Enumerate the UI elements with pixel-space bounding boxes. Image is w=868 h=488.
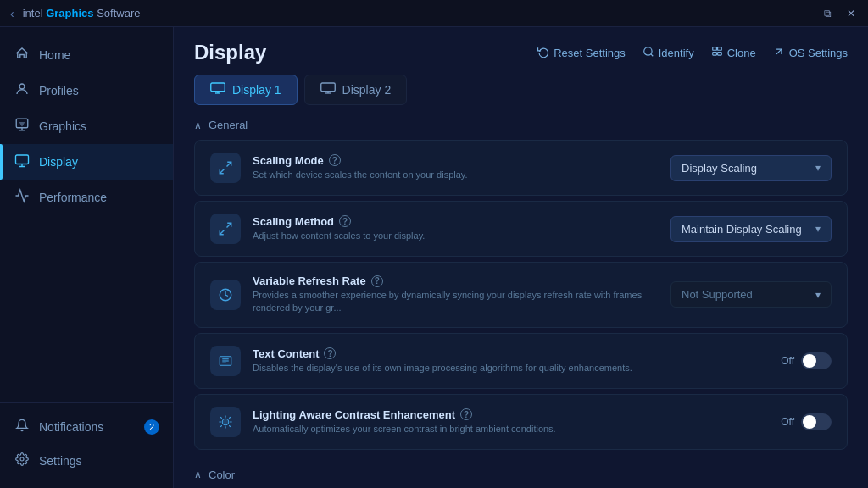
scaling_mode-info-icon[interactable]: ? (329, 154, 341, 166)
setting-card-text_content: Text Content ? Disables the display's us… (194, 333, 848, 389)
scaling_method-title: Scaling Method ? (253, 215, 659, 228)
text_content-toggle-label: Off (781, 355, 794, 367)
scaling_method-description: Adjust how content scales to your displa… (253, 230, 659, 242)
app-body: Home Profiles Graphics Display Performan… (0, 27, 868, 488)
lighting_contrast-toggle-label: Off (781, 416, 794, 428)
svg-rect-7 (712, 47, 716, 50)
svg-line-6 (650, 53, 653, 56)
settings-icon (14, 452, 31, 469)
sidebar-item-performance[interactable]: Performance (0, 180, 173, 215)
scaling_mode-dropdown-value: Display Scaling (682, 162, 757, 175)
svg-line-20 (227, 223, 231, 227)
svg-point-27 (222, 419, 229, 425)
display2-icon (320, 82, 336, 97)
lighting_contrast-toggle[interactable] (801, 413, 832, 430)
identify-button[interactable]: Identify (643, 46, 694, 60)
sidebar-item-home[interactable]: Home (0, 37, 173, 73)
clone-button[interactable]: Clone (711, 46, 756, 60)
home-icon (14, 46, 31, 64)
scaling_mode-icon (210, 152, 241, 183)
reset-label: Reset Settings (554, 47, 626, 59)
notifications-icon (14, 419, 31, 435)
scaling_method-icon (210, 214, 241, 244)
header-actions: Reset Settings Identify Clone OS Setting… (537, 46, 848, 60)
display-tabs: Display 1 Display 2 (174, 75, 868, 119)
svg-rect-12 (211, 83, 225, 92)
lighting_contrast-title: Lighting Aware Contrast Enhancement ? (253, 408, 769, 421)
sidebar-label-home: Home (39, 48, 70, 62)
text_content-info-icon[interactable]: ? (324, 347, 336, 359)
text_content-toggle[interactable] (801, 352, 832, 369)
svg-rect-9 (712, 52, 716, 55)
svg-line-31 (229, 425, 231, 427)
sidebar-label-profiles: Profiles (39, 84, 79, 97)
os_settings-button[interactable]: OS Settings (773, 46, 848, 60)
sidebar-label-performance: Performance (39, 191, 107, 204)
color-section: ∧ Color Hue ? -180° 180° 0 (174, 462, 868, 488)
general-section-title: General (209, 119, 248, 131)
os_settings-label: OS Settings (789, 47, 848, 59)
lighting_contrast-icon (210, 407, 241, 437)
svg-marker-2 (20, 123, 25, 126)
svg-line-21 (220, 230, 224, 235)
variable_refresh-dropdown: Not Supported ▾ (670, 281, 832, 308)
svg-rect-3 (16, 155, 29, 164)
sidebar-label-notifications: Notifications (39, 420, 103, 434)
os_settings-icon (773, 46, 785, 60)
scaling_method-info-icon[interactable]: ? (339, 215, 351, 227)
brand-name: Graphics (46, 7, 93, 19)
scaling_mode-dropdown[interactable]: Display Scaling ▾ (670, 155, 832, 181)
lighting_contrast-description: Automatically optimizes your screen cont… (253, 423, 769, 435)
dropdown-chevron-icon: ▾ (815, 289, 821, 301)
sidebar-label-graphics: Graphics (39, 119, 86, 133)
main-wrapper: Display Reset Settings Identify Clone OS… (174, 27, 868, 488)
graphics-icon (14, 117, 31, 136)
sidebar: Home Profiles Graphics Display Performan… (0, 27, 174, 488)
variable_refresh-info-icon[interactable]: ? (371, 275, 383, 287)
sidebar-bottom: Notifications 2 Settings (0, 402, 173, 478)
clone-icon (711, 46, 723, 60)
sidebar-label-display: Display (39, 155, 78, 169)
color-collapse-icon[interactable]: ∧ (194, 469, 202, 480)
sidebar-item-notifications[interactable]: Notifications 2 (0, 410, 173, 444)
setting-card-lighting_contrast: Lighting Aware Contrast Enhancement ? Au… (194, 394, 848, 450)
tab-display2[interactable]: Display 2 (304, 75, 408, 105)
sidebar-item-settings[interactable]: Settings (0, 444, 173, 478)
color-section-header: ∧ Color (194, 469, 848, 481)
scaling_method-dropdown[interactable]: Maintain Display Scaling ▾ (670, 216, 832, 242)
section-collapse-icon[interactable]: ∧ (194, 119, 202, 131)
close-button[interactable]: ✕ (844, 7, 858, 20)
svg-line-30 (220, 417, 222, 419)
color-section-title: Color (209, 469, 235, 481)
titlebar-controls: — ⧉ ✕ (797, 7, 858, 20)
variable_refresh-icon (210, 280, 241, 310)
scaling_mode-title: Scaling Mode ? (253, 154, 659, 167)
display1-label: Display 1 (232, 83, 281, 97)
scaling_mode-content: Scaling Mode ? Set which device scales t… (253, 154, 659, 181)
text_content-description: Disables the display's use of its own im… (253, 362, 769, 374)
lighting_contrast-info-icon[interactable]: ? (460, 408, 472, 420)
reset-button[interactable]: Reset Settings (537, 46, 626, 60)
sidebar-item-graphics[interactable]: Graphics (0, 108, 173, 144)
text_content-toggle-container: Off (781, 352, 832, 369)
identify-label: Identify (659, 47, 694, 59)
svg-point-4 (20, 458, 24, 461)
maximize-button[interactable]: ⧉ (821, 7, 834, 20)
tab-display1[interactable]: Display 1 (194, 75, 298, 105)
brand-prefix: intel (23, 7, 43, 19)
dropdown-chevron-icon: ▾ (815, 162, 821, 174)
titlebar: ‹ intel Graphics Software — ⧉ ✕ (0, 0, 868, 27)
sidebar-item-display[interactable]: Display (0, 144, 173, 180)
svg-line-35 (229, 417, 231, 419)
sidebar-nav: Home Profiles Graphics Display Performan… (0, 37, 173, 402)
sidebar-label-settings: Settings (39, 454, 82, 468)
main-header: Display Reset Settings Identify Clone OS… (174, 27, 868, 75)
back-button[interactable]: ‹ (10, 7, 14, 20)
svg-line-11 (776, 49, 782, 54)
variable_refresh-dropdown-value: Not Supported (682, 288, 753, 301)
minimize-button[interactable]: — (797, 7, 810, 20)
text_content-content: Text Content ? Disables the display's us… (253, 347, 769, 374)
sidebar-item-profiles[interactable]: Profiles (0, 73, 173, 108)
text_content-icon (210, 346, 241, 376)
brand-suffix: Software (97, 7, 140, 19)
